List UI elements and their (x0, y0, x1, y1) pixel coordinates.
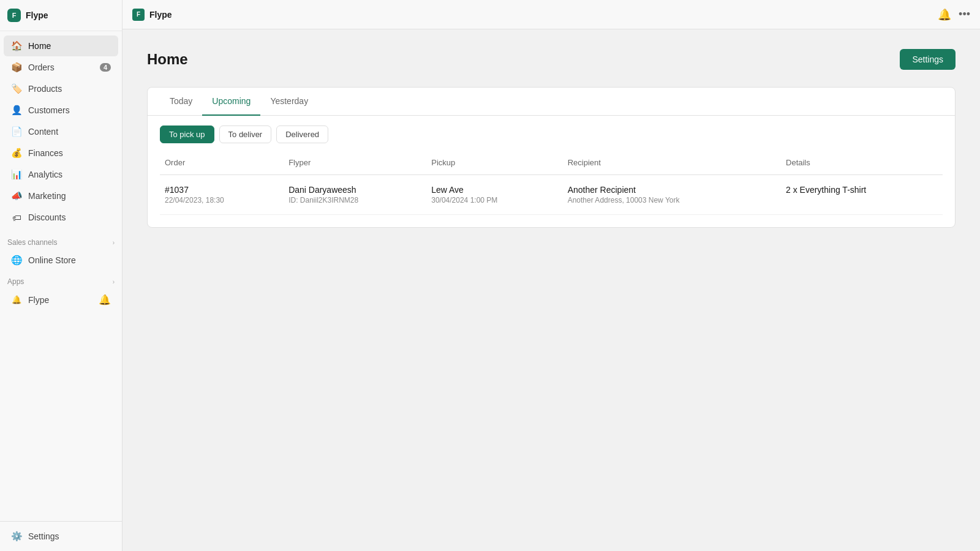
sidebar-item-content[interactable]: 📄 Content (4, 121, 118, 142)
sales-channels-label: Sales channels (7, 238, 57, 247)
apps-section: Apps › 🔔 Flype 🔔 (0, 271, 122, 311)
sidebar-label-discounts: Discounts (28, 212, 66, 222)
more-icon[interactable]: ••• (959, 8, 970, 21)
online-store-label: Online Store (28, 255, 76, 265)
sidebar-item-orders[interactable]: 📦 Orders 4 (4, 57, 118, 78)
tabs: Today Upcoming Yesterday (148, 88, 955, 116)
sidebar-item-settings[interactable]: ⚙️ Settings (4, 526, 118, 547)
store-icon: 🌐 (11, 255, 22, 266)
marketing-icon: 📣 (11, 190, 22, 201)
orders-icon: 📦 (11, 62, 22, 73)
filter-to-pick-up[interactable]: To pick up (160, 126, 214, 143)
sidebar-brand: Flype (26, 10, 48, 20)
topbar: F Flype 🔔 ••• (123, 0, 980, 29)
topbar-brand: Flype (149, 10, 172, 20)
sidebar-label-marketing: Marketing (28, 191, 66, 201)
sidebar-item-customers[interactable]: 👤 Customers (4, 100, 118, 121)
sidebar: F Flype 🏠 Home 📦 Orders 4 🏷️ Products 👤 … (0, 0, 123, 551)
sidebar-label-analytics: Analytics (28, 170, 62, 179)
table-wrap: Order Flyper Pickup Recipient Details #1… (148, 153, 955, 227)
col-order: Order (160, 153, 284, 175)
sales-channels-chevron[interactable]: › (113, 239, 115, 246)
sidebar-label-content: Content (28, 127, 58, 137)
order-date: 22/04/2023, 18:30 (165, 196, 279, 204)
customers-icon: 👤 (11, 105, 22, 116)
filter-row: To pick up To deliver Delivered (148, 116, 955, 153)
filter-delivered[interactable]: Delivered (276, 126, 328, 143)
sidebar-label-home: Home (28, 41, 51, 51)
recipient-address: Another Address, 10003 New York (568, 196, 776, 204)
settings-icon: ⚙️ (11, 531, 22, 542)
sidebar-item-marketing[interactable]: 📣 Marketing (4, 186, 118, 206)
content-area: Home Settings Today Upcoming Yesterday T… (123, 29, 980, 551)
topbar-logo: F (132, 9, 145, 21)
col-recipient: Recipient (563, 153, 781, 175)
sidebar-item-finances[interactable]: 💰 Finances (4, 143, 118, 163)
col-flyper: Flyper (284, 153, 426, 175)
nav-main: 🏠 Home 📦 Orders 4 🏷️ Products 👤 Customer… (0, 31, 122, 232)
flype-app-icon: 🔔 (11, 294, 22, 305)
sales-channels-section: Sales channels › 🌐 Online Store (0, 232, 122, 271)
orders-table: Order Flyper Pickup Recipient Details #1… (160, 153, 943, 215)
tab-today[interactable]: Today (160, 88, 202, 116)
filter-to-deliver[interactable]: To deliver (219, 126, 272, 143)
col-details: Details (781, 153, 943, 175)
sidebar-item-flype[interactable]: 🔔 Flype 🔔 (4, 289, 118, 310)
flyper-name: Dani Daryaweesh (288, 185, 421, 195)
pickup-date: 30/04/2024 1:00 PM (431, 196, 557, 204)
sidebar-item-home[interactable]: 🏠 Home (4, 36, 118, 56)
sidebar-label-products: Products (28, 84, 62, 94)
main-content: F Flype 🔔 ••• Home Settings Today Upcomi… (123, 0, 980, 551)
sidebar-label-customers: Customers (28, 105, 70, 115)
badge-orders: 4 (100, 63, 111, 72)
order-number: #1037 (165, 185, 279, 195)
sidebar-label-finances: Finances (28, 148, 63, 158)
flyper-id: ID: Daniil2K3IRNM28 (288, 196, 421, 204)
sidebar-item-online-store[interactable]: 🌐 Online Store (4, 250, 118, 271)
analytics-icon: 📊 (11, 169, 22, 180)
content-icon: 📄 (11, 126, 22, 137)
flype-bell-icon: 🔔 (99, 294, 111, 305)
col-pickup: Pickup (426, 153, 562, 175)
finances-icon: 💰 (11, 148, 22, 159)
flype-app-label: Flype (28, 295, 49, 305)
sidebar-item-analytics[interactable]: 📊 Analytics (4, 164, 118, 185)
bell-icon[interactable]: 🔔 (938, 8, 951, 21)
tab-yesterday[interactable]: Yesterday (260, 88, 318, 116)
main-card: Today Upcoming Yesterday To pick up To d… (147, 87, 956, 228)
home-icon: 🏠 (11, 40, 22, 51)
table-row: #1037 22/04/2023, 18:30 Dani Daryaweesh … (160, 175, 943, 215)
page-title: Home (147, 51, 188, 68)
apps-chevron[interactable]: › (113, 279, 115, 285)
tab-upcoming[interactable]: Upcoming (202, 88, 260, 116)
page-header: Home Settings (147, 49, 956, 70)
settings-button[interactable]: Settings (900, 49, 956, 70)
products-icon: 🏷️ (11, 83, 22, 94)
settings-label: Settings (28, 531, 59, 541)
sidebar-item-products[interactable]: 🏷️ Products (4, 78, 118, 99)
sidebar-item-discounts[interactable]: 🏷 Discounts (4, 207, 118, 228)
pickup-address: Lew Ave (431, 185, 557, 195)
sidebar-logo: F (7, 9, 21, 22)
sidebar-bottom: ⚙️ Settings (0, 521, 122, 551)
apps-label: Apps (7, 277, 24, 286)
order-details: 2 x Everything T-shirt (781, 175, 943, 215)
discounts-icon: 🏷 (11, 212, 22, 223)
recipient-name: Another Recipient (568, 185, 776, 195)
sidebar-label-orders: Orders (28, 62, 55, 72)
